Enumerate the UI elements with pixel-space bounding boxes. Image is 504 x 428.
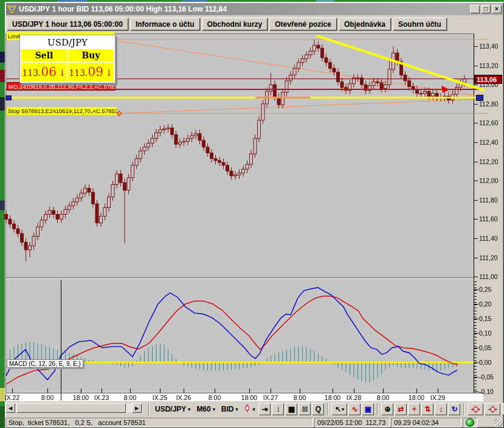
tab-account-info[interactable]: Informace o účtu (130, 18, 200, 30)
price-axis-label: 112,80 (479, 100, 498, 108)
order-line-handle[interactable] (5, 95, 12, 100)
status-clock: 09.29 04:02:34 (391, 418, 461, 427)
macd-indicator-label[interactable]: MACD (C, 12, 26, E, 9, E,) (7, 359, 83, 368)
tab-bar: USD/JPY 1 hour 113,06 05:00:00Informace … (7, 18, 447, 33)
tab-trade-rates[interactable]: Obchodní kurzy (202, 18, 268, 30)
fit-height-icon: ↕ (276, 405, 280, 413)
time-axis-label: 8:00 (377, 394, 389, 401)
scroll-to-end-icon: ⇥ (261, 405, 268, 413)
time-axis-tick (12, 388, 13, 393)
price-axis-tick (474, 142, 478, 143)
candle-narrow-button[interactable] (468, 403, 483, 415)
macd-axis-label: 0,00 (479, 359, 491, 366)
price-axis-tick (474, 181, 478, 181)
expand-vertical-button[interactable]: ⇅ (421, 403, 433, 415)
order-line-handle[interactable] (476, 95, 483, 101)
candle-wide-button[interactable] (502, 403, 504, 415)
macd-axis-label: 0,15 (479, 315, 491, 322)
fit-height-button[interactable]: ↕ (272, 403, 284, 415)
price-axis-tick (474, 258, 478, 258)
tab-order[interactable]: Objednávka (339, 18, 391, 30)
open-position-label[interactable]: MO,2410619,0,2B,112,95,P/L2,2,AC.578531 (7, 82, 116, 91)
toolbar-separator (327, 403, 328, 415)
macd-axis-label: 0,10 (479, 330, 491, 337)
close-button[interactable]: × (492, 5, 502, 13)
macd-indicator-panel[interactable] (6, 280, 474, 392)
desktop-icon-fragment (0, 406, 5, 428)
cursor-button[interactable]: ↖▾ (331, 403, 347, 415)
grid-button[interactable]: ▦ (285, 403, 297, 415)
macd-axis-label: 0,05 (479, 344, 491, 351)
price-type-combo[interactable]: BID▾ (219, 405, 241, 413)
price-axis-tick (474, 238, 478, 239)
time-axis-label: IX.27 (263, 394, 278, 401)
price-axis-label: 111,80 (479, 196, 498, 204)
zoom-in-button[interactable]: ⊕ (381, 403, 393, 415)
time-axis-tick (416, 388, 417, 393)
scroll-to-end-button[interactable]: ⇥ (258, 403, 271, 415)
panel-border (5, 33, 6, 401)
compress-vertical-icon: ↨ (439, 405, 443, 413)
scrollbar-track[interactable] (15, 403, 132, 413)
price-axis-tick (474, 66, 478, 66)
compress-horizontal-button[interactable]: ⇄ (395, 403, 407, 415)
scrollbar-right-button[interactable]: ▶ (132, 403, 142, 413)
resize-grip[interactable] (495, 419, 503, 427)
status-crosshair-info: 09/22/05 12:00 112,73 (314, 418, 390, 427)
time-axis-tick (249, 388, 250, 393)
period-combo[interactable]: M60▾ (194, 405, 217, 413)
price-axis-tick (474, 219, 478, 219)
time-axis-tick (215, 388, 215, 393)
sell-header: Sell (21, 49, 67, 61)
polyline-icon: ∿ (351, 405, 357, 413)
refresh-button[interactable]: ↻ (448, 403, 460, 415)
time-axis-label: 18:00 (409, 394, 424, 401)
chart-style-combo[interactable]: ▾ (241, 404, 257, 414)
title-bar[interactable]: USD/JPY 1 hour BID 113,06 05:00:00 High … (6, 3, 503, 15)
tab-open-positions[interactable]: Otevřené pozice (269, 18, 337, 30)
buy-header: Buy (68, 49, 114, 61)
candle-spacing-button[interactable] (485, 403, 500, 415)
chevron-down-icon: ▾ (213, 407, 215, 412)
scrollbar-left-button[interactable]: ◀ (5, 403, 15, 413)
tab-account-summary[interactable]: Souhrn účtu (393, 18, 447, 30)
buy-price: 113. (69, 68, 88, 78)
price-axis-label: 111,20 (479, 254, 498, 261)
minimize-button[interactable]: _ (470, 5, 480, 13)
chevron-down-icon: ▾ (188, 407, 190, 412)
panel-divider[interactable] (6, 277, 474, 280)
objects-button[interactable]: ▣ (362, 403, 374, 415)
symbol-combo[interactable]: USD/JPY▾ (153, 405, 193, 413)
polyline-button[interactable]: ∿ (348, 403, 361, 415)
price-axis-label: 112,20 (479, 158, 498, 165)
buy-pips: 09 (88, 64, 103, 79)
time-axis-label: IX.22 (5, 394, 20, 401)
stop-order-label[interactable]: Stop 5978913,E2410619,112,70,AC.578531 (7, 107, 117, 115)
time-axis-label: 8:00 (294, 394, 306, 401)
buy-button[interactable]: 113.09↓ (68, 63, 114, 81)
screen: USD/JPY 1 hour BID 113,06 05:00:00 High … (0, 0, 504, 428)
price-axis-tick (474, 200, 478, 201)
compress-vertical-button[interactable]: ↨ (435, 403, 447, 415)
tab-chart-usdjpy[interactable]: USD/JPY 1 hour 113,06 05:00:00 (7, 18, 128, 30)
price-axis-label: 113,40 (479, 43, 498, 50)
chart-toolbar: USD/JPY▾ M60▾ BID▾ ▾ ⇥↕▦⊠Q↖▾∿▣⊕⇄+⇅↨↻▤▾ 5… (145, 401, 504, 417)
expand-horizontal-icon: + (412, 405, 416, 413)
time-axis-tick (102, 388, 102, 393)
maximize-button[interactable]: □ (481, 5, 491, 13)
toolbar-separator (463, 403, 464, 415)
price-axis-label: 112,00 (479, 177, 498, 184)
macd-axis-tick (474, 392, 478, 392)
desktop-icon-fragment (0, 70, 5, 82)
draw-mode-button[interactable]: ⊠ (299, 403, 311, 415)
expand-horizontal-button[interactable]: + (408, 403, 420, 415)
time-axis-tick (354, 388, 354, 393)
sell-button[interactable]: 113.06↓ (21, 63, 67, 81)
quick-quote-icon: Q (316, 405, 321, 413)
time-axis-tick (130, 388, 131, 393)
macd-axis-label: 0,25 (479, 286, 491, 293)
cursor-icon: ↖ (335, 405, 341, 413)
quick-quote-button[interactable]: Q (312, 403, 324, 415)
macd-axis-minor-ticks (474, 281, 477, 391)
scrollbar-thumb[interactable] (16, 403, 126, 413)
